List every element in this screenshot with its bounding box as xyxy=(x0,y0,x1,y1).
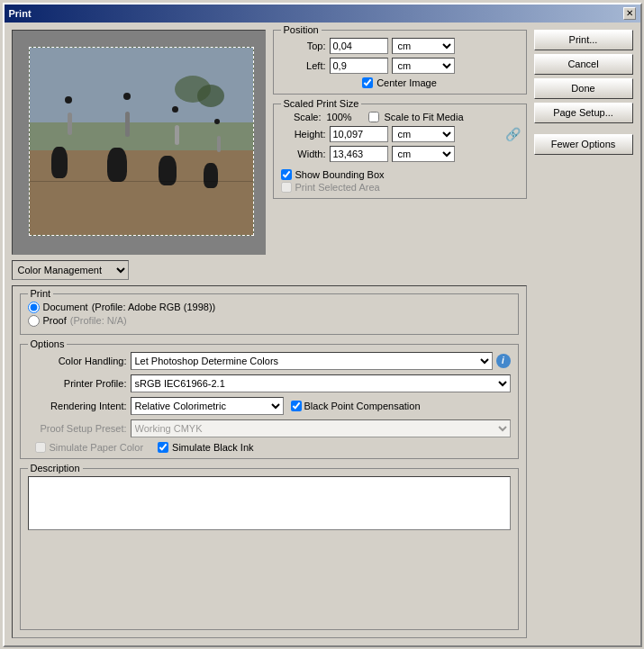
position-label: Position xyxy=(281,24,322,35)
bounding-box-row: Show Bounding Box xyxy=(281,169,519,180)
top-input[interactable] xyxy=(330,38,388,54)
options-section-label: Options xyxy=(28,338,68,349)
printer-profile-row: Printer Profile: sRGB IEC61966-2.1 Adobe… xyxy=(28,374,511,392)
close-button[interactable]: ✕ xyxy=(623,7,636,20)
proof-profile: (Profile: N/A) xyxy=(70,315,127,326)
rendering-label: Rendering Intent: xyxy=(28,401,127,411)
center-image-row: Center Image xyxy=(281,77,519,88)
black-point-area: Black Point Compensation xyxy=(291,401,421,411)
preview-image-inner xyxy=(30,48,253,235)
top-area: Position Top: cminmm Left: xyxy=(12,30,527,255)
height-width-area: Height: cminmm Width: xyxy=(281,126,519,166)
description-label: Description xyxy=(28,463,83,473)
simulate-ink-label: Simulate Black Ink xyxy=(172,442,253,453)
info-icon[interactable]: i xyxy=(496,354,511,368)
scale-to-fit-label: Scale to Fit Media xyxy=(385,112,464,122)
top-unit-dropdown[interactable]: cminmm xyxy=(392,38,455,54)
proof-radio[interactable] xyxy=(28,315,40,327)
print-selected-row: Print Selected Area xyxy=(281,182,519,193)
scale-label: Scale: xyxy=(281,112,322,122)
proof-setup-label: Proof Setup Preset: xyxy=(28,423,127,434)
right-panel: Print... Cancel Done Page Setup... Fewer… xyxy=(534,30,633,638)
document-profile: (Profile: Adobe RGB (1998)) xyxy=(92,302,216,312)
color-handling-label: Color Handling: xyxy=(28,356,127,366)
print-section-label: Print xyxy=(28,288,54,299)
left-label: Left: xyxy=(281,60,326,71)
simulate-row: Simulate Paper Color Simulate Black Ink xyxy=(28,442,511,453)
scaled-label: Scaled Print Size xyxy=(281,98,362,109)
fewer-options-button[interactable]: Fewer Options xyxy=(534,134,633,155)
document-label: Document xyxy=(43,302,88,312)
black-point-label: Black Point Compensation xyxy=(304,401,421,411)
preview-area xyxy=(12,30,266,255)
left-input[interactable] xyxy=(330,58,388,74)
color-handling-row: Color Handling: Let Photoshop Determine … xyxy=(28,352,511,370)
simulate-paper-label: Simulate Paper Color xyxy=(50,442,144,453)
preview-image xyxy=(29,47,254,236)
simulate-paper-row: Simulate Paper Color xyxy=(35,442,144,453)
lock-icon: 🔗 xyxy=(508,126,519,142)
bottom-section: Color Management Output Print Document (… xyxy=(12,260,527,638)
dialog-content: Position Top: cminmm Left: xyxy=(5,23,640,645)
cm-panel: Print Document (Profile: Adobe RGB (1998… xyxy=(12,285,527,638)
printer-profile-dropdown[interactable]: sRGB IEC61966-2.1 Adobe RGB (1998) xyxy=(131,374,511,392)
done-button[interactable]: Done xyxy=(534,78,633,99)
spacer xyxy=(534,127,633,131)
show-bounding-box-label: Show Bounding Box xyxy=(295,169,385,180)
cm-tab-area: Color Management Output xyxy=(12,260,527,280)
print-button[interactable]: Print... xyxy=(534,30,633,50)
simulate-paper-checkbox[interactable] xyxy=(35,442,46,453)
bounding-box-area: Show Bounding Box Print Selected Area xyxy=(281,169,519,193)
scale-row: Scale: 100% Scale to Fit Media xyxy=(281,112,519,122)
top-row: Top: cminmm xyxy=(281,38,519,54)
print-selected-checkbox[interactable] xyxy=(281,182,292,193)
width-input[interactable] xyxy=(330,146,388,162)
position-section: Position Top: cminmm Left: xyxy=(273,30,527,95)
print-dialog: Print ✕ xyxy=(3,3,642,647)
color-handling-dropdown[interactable]: Let Photoshop Determine Colors Let Print… xyxy=(131,352,493,370)
print-section: Print Document (Profile: Adobe RGB (1998… xyxy=(20,293,519,335)
document-radio-row: Document (Profile: Adobe RGB (1998)) xyxy=(28,302,511,313)
print-selected-label: Print Selected Area xyxy=(295,182,380,193)
cancel-button[interactable]: Cancel xyxy=(534,54,633,75)
width-row: Width: cminmm xyxy=(281,146,504,162)
top-label: Top: xyxy=(281,41,326,51)
left-row: Left: cminmm xyxy=(281,58,519,74)
title-bar: Print ✕ xyxy=(5,5,640,23)
rendering-dropdown[interactable]: Relative Colorimetric Perceptual Saturat… xyxy=(131,397,284,415)
options-section: Options Color Handling: Let Photoshop De… xyxy=(20,344,519,459)
position-size-area: Position Top: cminmm Left: xyxy=(273,30,527,255)
document-radio[interactable] xyxy=(28,302,40,313)
printer-profile-label: Printer Profile: xyxy=(28,378,127,389)
hw-fields: Height: cminmm Width: xyxy=(281,126,504,166)
proof-label: Proof xyxy=(43,315,67,326)
proof-radio-row: Proof (Profile: N/A) xyxy=(28,315,511,327)
left-unit-dropdown[interactable]: cminmm xyxy=(392,58,455,74)
width-label: Width: xyxy=(281,149,326,159)
rendering-row: Rendering Intent: Relative Colorimetric … xyxy=(28,397,511,415)
width-unit-dropdown[interactable]: cminmm xyxy=(392,146,455,162)
height-input[interactable] xyxy=(330,126,388,142)
description-box xyxy=(28,476,511,530)
scaled-section: Scaled Print Size Scale: 100% Scale to F… xyxy=(273,104,527,199)
dialog-title: Print xyxy=(9,8,32,19)
simulate-ink-row: Simulate Black Ink xyxy=(158,442,253,453)
height-unit-dropdown[interactable]: cminmm xyxy=(392,126,455,142)
left-panel: Position Top: cminmm Left: xyxy=(12,30,527,638)
height-label: Height: xyxy=(281,129,326,140)
black-point-checkbox[interactable] xyxy=(291,401,302,411)
height-row: Height: cminmm xyxy=(281,126,504,142)
proof-setup-dropdown[interactable]: Working CMYK xyxy=(131,419,511,437)
center-image-checkbox[interactable] xyxy=(362,77,373,88)
simulate-ink-checkbox[interactable] xyxy=(158,442,168,453)
scale-value: 100% xyxy=(327,112,363,122)
color-management-dropdown[interactable]: Color Management Output xyxy=(12,260,129,280)
scale-to-fit-checkbox[interactable] xyxy=(368,112,379,122)
center-image-label: Center Image xyxy=(376,77,437,88)
page-setup-button[interactable]: Page Setup... xyxy=(534,103,633,123)
proof-setup-row: Proof Setup Preset: Working CMYK xyxy=(28,419,511,437)
show-bounding-box-checkbox[interactable] xyxy=(281,169,292,180)
description-section: Description xyxy=(20,468,519,630)
